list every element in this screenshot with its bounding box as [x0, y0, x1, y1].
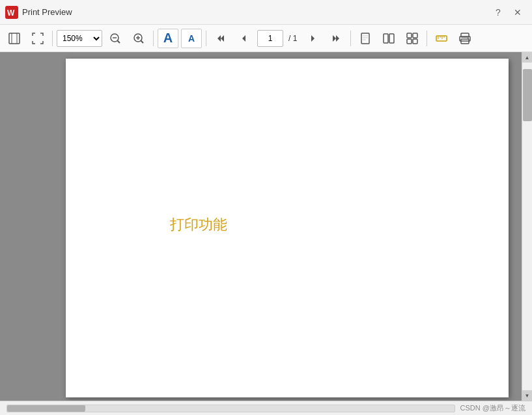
zoom-in-button[interactable] [128, 29, 149, 48]
svg-rect-22 [384, 34, 388, 43]
preview-container[interactable]: 打印功能 [52, 52, 522, 401]
zoom-select[interactable]: 50% 75% 100% 125% 150% 200% [57, 30, 102, 47]
svg-rect-2 [9, 33, 20, 44]
svg-rect-27 [413, 39, 417, 44]
fullscreen-icon [32, 33, 44, 44]
thumbnail-button[interactable] [402, 29, 423, 48]
toolbar: 50% 75% 100% 125% 150% 200% A A [0, 25, 532, 52]
print-button[interactable] [455, 29, 475, 48]
zoom-out-button[interactable] [105, 29, 126, 48]
left-panel [0, 52, 52, 401]
svg-rect-23 [389, 34, 394, 43]
double-page-button[interactable] [378, 29, 399, 48]
ruler-button[interactable] [431, 29, 452, 48]
svg-line-7 [118, 40, 120, 43]
main-area: 打印功能 ▲ ▼ [0, 52, 532, 401]
watermark-text: CSDN @激昂～逐流 [460, 403, 525, 413]
fit-page-button[interactable] [4, 29, 25, 48]
single-page-icon [359, 33, 371, 44]
next-page-button[interactable] [302, 29, 323, 48]
svg-rect-28 [436, 36, 447, 41]
svg-marker-17 [336, 35, 339, 42]
fit-page-icon [8, 33, 20, 44]
separator-2 [153, 31, 154, 46]
svg-marker-15 [311, 35, 315, 42]
first-page-button[interactable] [210, 29, 231, 48]
scroll-thumb[interactable] [523, 69, 532, 121]
svg-marker-12 [217, 35, 221, 42]
help-button[interactable]: ? [489, 5, 507, 20]
svg-rect-26 [407, 39, 412, 44]
app-logo: W [5, 6, 18, 19]
text-large-button[interactable]: A [158, 29, 178, 48]
last-page-icon [331, 33, 341, 44]
scroll-down-button[interactable]: ▼ [522, 390, 532, 401]
vertical-scrollbar[interactable]: ▲ ▼ [522, 52, 532, 401]
page-total: / 1 [286, 34, 300, 43]
last-page-button[interactable] [326, 29, 346, 48]
page-input[interactable] [257, 30, 283, 47]
svg-rect-24 [407, 33, 412, 38]
svg-marker-14 [242, 35, 245, 42]
separator-5 [427, 31, 427, 46]
single-page-button[interactable] [355, 29, 376, 48]
separator-3 [206, 31, 206, 46]
scroll-track[interactable] [522, 63, 532, 390]
svg-point-36 [468, 38, 469, 39]
page-content-text: 打印功能 [170, 215, 227, 235]
first-page-icon [216, 33, 226, 44]
print-icon [459, 33, 471, 44]
zoom-in-icon [132, 32, 145, 45]
separator-4 [350, 31, 351, 46]
window-title: Print Preview [22, 7, 489, 17]
prev-page-button[interactable] [234, 29, 255, 48]
horizontal-scrollbar[interactable] [7, 405, 455, 412]
scroll-up-button[interactable]: ▲ [522, 52, 532, 63]
bottom-bar: CSDN @激昂～逐流 [0, 401, 532, 415]
svg-marker-13 [221, 35, 224, 42]
svg-rect-18 [361, 33, 369, 44]
prev-page-icon [239, 33, 249, 44]
page-preview: 打印功能 [66, 59, 509, 397]
next-page-icon [307, 33, 318, 44]
text-small-button[interactable]: A [181, 29, 202, 48]
svg-rect-25 [413, 33, 417, 38]
ruler-icon [436, 33, 447, 44]
h-scroll-thumb[interactable] [7, 405, 85, 412]
zoom-out-icon [109, 32, 122, 45]
close-button[interactable]: ✕ [509, 5, 527, 20]
title-bar: W Print Preview ? ✕ [0, 0, 532, 25]
svg-text:W: W [7, 8, 15, 18]
separator-1 [52, 31, 53, 46]
svg-marker-16 [333, 35, 336, 42]
window-controls: ? ✕ [489, 5, 527, 20]
svg-line-11 [141, 40, 144, 43]
thumbnail-icon [406, 33, 418, 44]
fullscreen-button[interactable] [27, 29, 48, 48]
double-page-icon [383, 33, 395, 44]
